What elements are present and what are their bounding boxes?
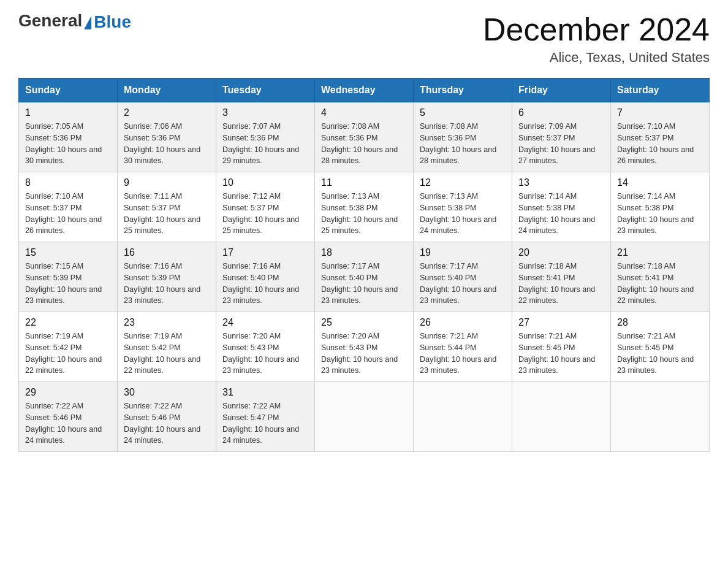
day-info: Sunrise: 7:16 AMSunset: 5:39 PMDaylight:… [124, 262, 200, 305]
page-header: General Blue December 2024 Alice, Texas,… [18, 12, 710, 66]
day-info: Sunrise: 7:10 AMSunset: 5:37 PMDaylight:… [617, 122, 694, 165]
day-info: Sunrise: 7:13 AMSunset: 5:38 PMDaylight:… [420, 192, 496, 235]
calendar-cell: 29Sunrise: 7:22 AMSunset: 5:46 PMDayligh… [19, 382, 118, 452]
calendar-cell: 17Sunrise: 7:16 AMSunset: 5:40 PMDayligh… [216, 242, 315, 312]
day-number: 31 [222, 387, 308, 398]
calendar-cell: 15Sunrise: 7:15 AMSunset: 5:39 PMDayligh… [19, 242, 118, 312]
day-number: 22 [25, 317, 111, 328]
day-info: Sunrise: 7:20 AMSunset: 5:43 PMDaylight:… [222, 332, 299, 375]
calendar-cell: 13Sunrise: 7:14 AMSunset: 5:38 PMDayligh… [512, 172, 611, 242]
calendar-cell: 20Sunrise: 7:18 AMSunset: 5:41 PMDayligh… [512, 242, 611, 312]
day-info: Sunrise: 7:13 AMSunset: 5:38 PMDaylight:… [321, 192, 398, 235]
calendar-table: SundayMondayTuesdayWednesdayThursdayFrid… [18, 78, 710, 452]
day-info: Sunrise: 7:19 AMSunset: 5:42 PMDaylight:… [124, 332, 200, 375]
day-info: Sunrise: 7:22 AMSunset: 5:46 PMDaylight:… [124, 402, 200, 445]
column-header-sunday: Sunday [19, 79, 118, 102]
day-info: Sunrise: 7:08 AMSunset: 5:36 PMDaylight:… [420, 122, 496, 165]
calendar-cell: 11Sunrise: 7:13 AMSunset: 5:38 PMDayligh… [315, 172, 414, 242]
calendar-cell: 23Sunrise: 7:19 AMSunset: 5:42 PMDayligh… [118, 312, 216, 382]
calendar-cell: 28Sunrise: 7:21 AMSunset: 5:45 PMDayligh… [611, 312, 710, 382]
calendar-cell: 24Sunrise: 7:20 AMSunset: 5:43 PMDayligh… [216, 312, 315, 382]
day-number: 21 [617, 247, 703, 258]
day-info: Sunrise: 7:14 AMSunset: 5:38 PMDaylight:… [617, 192, 694, 235]
day-info: Sunrise: 7:14 AMSunset: 5:38 PMDaylight:… [518, 192, 595, 235]
logo-blue-text: Blue [94, 12, 131, 31]
calendar-cell: 26Sunrise: 7:21 AMSunset: 5:44 PMDayligh… [414, 312, 512, 382]
calendar-cell: 2Sunrise: 7:06 AMSunset: 5:36 PMDaylight… [118, 102, 216, 172]
day-number: 14 [617, 177, 703, 188]
day-number: 2 [124, 107, 210, 118]
day-number: 7 [617, 107, 703, 118]
day-number: 18 [321, 247, 407, 258]
day-number: 5 [420, 107, 506, 118]
column-header-saturday: Saturday [611, 79, 710, 102]
day-info: Sunrise: 7:18 AMSunset: 5:41 PMDaylight:… [617, 262, 694, 305]
day-info: Sunrise: 7:21 AMSunset: 5:45 PMDaylight:… [518, 332, 595, 375]
day-info: Sunrise: 7:09 AMSunset: 5:37 PMDaylight:… [518, 122, 595, 165]
day-info: Sunrise: 7:21 AMSunset: 5:44 PMDaylight:… [420, 332, 496, 375]
calendar-cell: 27Sunrise: 7:21 AMSunset: 5:45 PMDayligh… [512, 312, 611, 382]
calendar-cell: 1Sunrise: 7:05 AMSunset: 5:36 PMDaylight… [19, 102, 118, 172]
day-number: 17 [222, 247, 308, 258]
calendar-week-row: 22Sunrise: 7:19 AMSunset: 5:42 PMDayligh… [19, 312, 710, 382]
logo-general-text: General [18, 11, 82, 30]
column-header-tuesday: Tuesday [216, 79, 315, 102]
day-info: Sunrise: 7:18 AMSunset: 5:41 PMDaylight:… [518, 262, 595, 305]
calendar-week-row: 29Sunrise: 7:22 AMSunset: 5:46 PMDayligh… [19, 382, 710, 452]
calendar-cell: 25Sunrise: 7:20 AMSunset: 5:43 PMDayligh… [315, 312, 414, 382]
calendar-cell: 12Sunrise: 7:13 AMSunset: 5:38 PMDayligh… [414, 172, 512, 242]
day-number: 11 [321, 177, 407, 188]
calendar-week-row: 15Sunrise: 7:15 AMSunset: 5:39 PMDayligh… [19, 242, 710, 312]
day-number: 28 [617, 317, 703, 328]
day-info: Sunrise: 7:20 AMSunset: 5:43 PMDaylight:… [321, 332, 398, 375]
calendar-cell: 8Sunrise: 7:10 AMSunset: 5:37 PMDaylight… [19, 172, 118, 242]
day-info: Sunrise: 7:17 AMSunset: 5:40 PMDaylight:… [321, 262, 398, 305]
calendar-cell: 21Sunrise: 7:18 AMSunset: 5:41 PMDayligh… [611, 242, 710, 312]
calendar-cell: 16Sunrise: 7:16 AMSunset: 5:39 PMDayligh… [118, 242, 216, 312]
calendar-cell: 7Sunrise: 7:10 AMSunset: 5:37 PMDaylight… [611, 102, 710, 172]
day-number: 3 [222, 107, 308, 118]
day-info: Sunrise: 7:16 AMSunset: 5:40 PMDaylight:… [222, 262, 299, 305]
day-number: 9 [124, 177, 210, 188]
day-info: Sunrise: 7:11 AMSunset: 5:37 PMDaylight:… [124, 192, 200, 235]
day-number: 15 [25, 247, 111, 258]
day-number: 16 [124, 247, 210, 258]
calendar-cell: 31Sunrise: 7:22 AMSunset: 5:47 PMDayligh… [216, 382, 315, 452]
day-info: Sunrise: 7:10 AMSunset: 5:37 PMDaylight:… [25, 192, 102, 235]
day-number: 24 [222, 317, 308, 328]
day-info: Sunrise: 7:12 AMSunset: 5:37 PMDaylight:… [222, 192, 299, 235]
calendar-cell: 18Sunrise: 7:17 AMSunset: 5:40 PMDayligh… [315, 242, 414, 312]
day-info: Sunrise: 7:19 AMSunset: 5:42 PMDaylight:… [25, 332, 102, 375]
day-number: 6 [518, 107, 604, 118]
day-number: 19 [420, 247, 506, 258]
calendar-week-row: 1Sunrise: 7:05 AMSunset: 5:36 PMDaylight… [19, 102, 710, 172]
column-header-friday: Friday [512, 79, 611, 102]
day-number: 27 [518, 317, 604, 328]
day-number: 12 [420, 177, 506, 188]
day-info: Sunrise: 7:08 AMSunset: 5:36 PMDaylight:… [321, 122, 398, 165]
day-number: 29 [25, 387, 111, 398]
day-number: 30 [124, 387, 210, 398]
day-number: 8 [25, 177, 111, 188]
calendar-cell: 10Sunrise: 7:12 AMSunset: 5:37 PMDayligh… [216, 172, 315, 242]
day-info: Sunrise: 7:15 AMSunset: 5:39 PMDaylight:… [25, 262, 102, 305]
title-block: December 2024 Alice, Texas, United State… [483, 12, 710, 66]
day-info: Sunrise: 7:17 AMSunset: 5:40 PMDaylight:… [420, 262, 496, 305]
calendar-cell: 6Sunrise: 7:09 AMSunset: 5:37 PMDaylight… [512, 102, 611, 172]
calendar-cell [414, 382, 512, 452]
calendar-header-row: SundayMondayTuesdayWednesdayThursdayFrid… [19, 79, 710, 102]
calendar-cell: 5Sunrise: 7:08 AMSunset: 5:36 PMDaylight… [414, 102, 512, 172]
day-info: Sunrise: 7:07 AMSunset: 5:36 PMDaylight:… [222, 122, 299, 165]
day-number: 20 [518, 247, 604, 258]
calendar-cell: 4Sunrise: 7:08 AMSunset: 5:36 PMDaylight… [315, 102, 414, 172]
logo-triangle-icon [84, 16, 91, 29]
day-number: 13 [518, 177, 604, 188]
calendar-cell: 14Sunrise: 7:14 AMSunset: 5:38 PMDayligh… [611, 172, 710, 242]
month-title: December 2024 [483, 12, 710, 47]
day-number: 10 [222, 177, 308, 188]
column-header-monday: Monday [118, 79, 216, 102]
calendar-cell: 22Sunrise: 7:19 AMSunset: 5:42 PMDayligh… [19, 312, 118, 382]
location-subtitle: Alice, Texas, United States [483, 50, 710, 66]
day-info: Sunrise: 7:05 AMSunset: 5:36 PMDaylight:… [25, 122, 102, 165]
calendar-cell: 9Sunrise: 7:11 AMSunset: 5:37 PMDaylight… [118, 172, 216, 242]
